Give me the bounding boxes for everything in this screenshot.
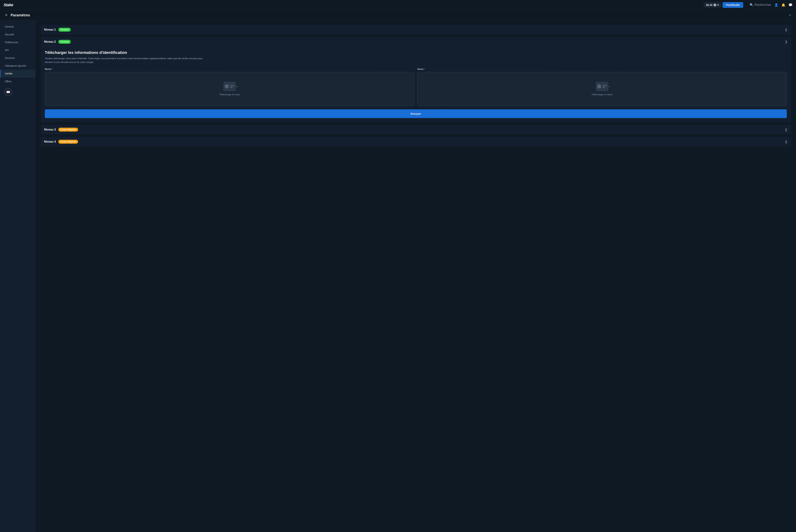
coin-icon: [714, 3, 716, 6]
topnav: Stake $2.15 ▾ Portefeuille 🔍 Rechercher …: [0, 0, 796, 10]
upload-row: Recto * →: [45, 68, 787, 106]
settings-title: Paramètres: [11, 13, 30, 17]
level3-chevron-icon: ❮: [785, 128, 788, 132]
level2-chevron-icon: ❯: [785, 40, 788, 44]
level3-header[interactable]: Niveau 3 Action Requise ❮: [41, 125, 791, 134]
verso-id-card-icon: →: [596, 82, 608, 91]
sidebar-item-sessions[interactable]: Sessions: [0, 54, 36, 62]
level2-badge: Terminé: [58, 40, 71, 44]
level2-header-left: Niveau 2 Terminé: [44, 40, 71, 44]
topnav-center: $2.15 ▾ Portefeuille: [704, 2, 743, 8]
verso-label: Verso *: [417, 68, 787, 71]
balance-chevron-icon: ▾: [717, 3, 719, 6]
recto-upload-text: Télécharger le recto: [219, 93, 240, 96]
search-button[interactable]: 🔍 Rechercher: [750, 3, 771, 7]
verso-upload-zone[interactable]: → Télécharger le verso: [417, 72, 787, 106]
level1-title: Niveau 1: [44, 28, 56, 31]
user-icon[interactable]: 👤: [774, 3, 778, 7]
recto-id-line1: [230, 85, 234, 86]
verso-avatar-icon: [597, 84, 601, 88]
balance-button[interactable]: $2.15 ▾: [704, 2, 721, 8]
settings-header: ⚙ Paramètres ×: [0, 10, 796, 21]
level4-card: Niveau 4 Action Requise ❮: [41, 137, 791, 147]
verso-required-icon: *: [424, 68, 425, 71]
sidebar-item-offers[interactable]: Offres: [0, 77, 36, 86]
sidebar-item-verify[interactable]: Vérifier: [0, 70, 36, 77]
search-icon: 🔍: [750, 3, 754, 7]
close-button[interactable]: ×: [789, 13, 791, 17]
level1-card: Niveau 1 Terminé ❮: [41, 25, 791, 35]
sidebar-item-ignored-users[interactable]: Utilisateurs Ignorés: [0, 62, 36, 70]
verso-id-line1: [603, 85, 607, 86]
level2-body-desc: Veuillez télécharger votre pièce d'ident…: [45, 57, 205, 64]
level1-header-left: Niveau 1 Terminé: [44, 28, 71, 32]
settings-wrapper: ⚙ Paramètres × Général Sécurité Préféren…: [0, 10, 796, 532]
level1-badge: Terminé: [58, 28, 71, 32]
verso-upload-text: Télécharger le verso: [591, 93, 613, 96]
main-content: Niveau 1 Terminé ❮ Niveau 2 Terminé ❯ Té…: [36, 21, 796, 532]
recto-required-icon: *: [52, 68, 53, 71]
recto-label: Recto *: [45, 68, 414, 71]
level2-body-title: Télécharger les informations d'identific…: [45, 50, 787, 55]
book-icon: 📖: [6, 90, 10, 94]
recto-id-line2: [230, 87, 233, 88]
sidebar-item-security[interactable]: Sécurité: [0, 31, 36, 38]
level4-header[interactable]: Niveau 4 Action Requise ❮: [41, 137, 791, 147]
recto-avatar-icon: [225, 84, 229, 88]
level3-header-left: Niveau 3 Action Requise: [44, 128, 78, 132]
chat-icon[interactable]: 💬: [789, 3, 793, 7]
topnav-right: 🔍 Rechercher 👤 🔔 💬: [750, 3, 793, 7]
sidebar: Général Sécurité Préférences API Session…: [0, 21, 36, 532]
level4-title: Niveau 4: [44, 140, 56, 143]
recto-id-card-icon: →: [223, 82, 236, 91]
level2-header[interactable]: Niveau 2 Terminé ❯: [41, 37, 791, 46]
level2-title: Niveau 2: [44, 40, 56, 43]
level2-body: Télécharger les informations d'identific…: [41, 46, 791, 122]
balance-amount: $2.15: [706, 3, 713, 6]
level1-header[interactable]: Niveau 1 Terminé ❮: [41, 25, 791, 35]
level4-header-left: Niveau 4 Action Requise: [44, 140, 78, 144]
settings-body: Général Sécurité Préférences API Session…: [0, 21, 796, 532]
logo: Stake: [3, 3, 13, 7]
sidebar-item-preferences[interactable]: Préférences: [0, 38, 36, 46]
book-badge: 📖: [4, 88, 12, 96]
verso-arrow-icon: →: [607, 84, 611, 89]
recto-id-lines: [230, 85, 234, 88]
verso-id-line2: [603, 87, 605, 88]
verso-id-lines: [603, 85, 607, 88]
level1-chevron-icon: ❮: [785, 28, 788, 32]
sidebar-footer: 📖: [0, 86, 36, 99]
recto-section: Recto * →: [45, 68, 414, 106]
level4-chevron-icon: ❮: [785, 140, 788, 144]
settings-header-left: ⚙ Paramètres: [5, 13, 30, 17]
verso-section: Verso * →: [417, 68, 787, 106]
sidebar-item-api[interactable]: API: [0, 46, 36, 54]
submit-button[interactable]: Envoyer: [45, 109, 787, 118]
wallet-button[interactable]: Portefeuille: [723, 2, 743, 8]
sidebar-item-general[interactable]: Général: [0, 23, 36, 31]
level3-card: Niveau 3 Action Requise ❮: [41, 125, 791, 134]
search-label: Rechercher: [755, 3, 771, 7]
recto-arrow-icon: →: [235, 84, 238, 89]
level3-title: Niveau 3: [44, 128, 56, 131]
recto-upload-zone[interactable]: → Télécharger le recto: [45, 72, 414, 106]
level3-badge: Action Requise: [58, 128, 78, 132]
gear-icon: ⚙: [5, 13, 9, 17]
level4-badge: Action Requise: [58, 140, 78, 144]
bell-icon[interactable]: 🔔: [781, 3, 785, 7]
level2-card: Niveau 2 Terminé ❯ Télécharger les infor…: [41, 37, 791, 122]
